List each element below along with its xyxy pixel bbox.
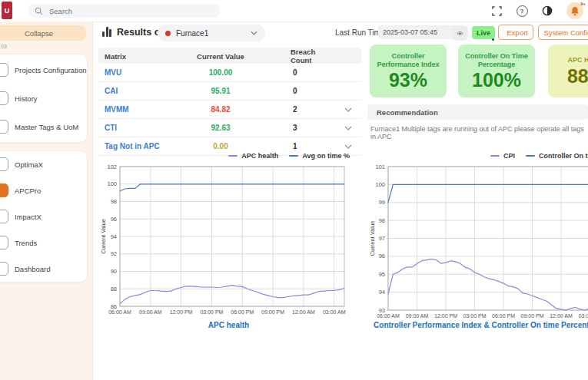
svg-text:09:00 PM: 09:00 PM [261, 309, 284, 315]
metrics-table: Matrix Current Value Breach Count MVU 10… [98, 48, 361, 156]
svg-text:88: 88 [111, 286, 117, 292]
recommendation-panel: Recommendation Furnace1 Multiple tags ar… [367, 104, 588, 140]
svg-text:Current Value: Current Value [100, 219, 107, 254]
collapse-sidebar-button[interactable]: Collapse [0, 25, 86, 41]
svg-text:12:00 PM: 12:00 PM [170, 309, 193, 315]
kpi-value: 100% [472, 71, 521, 90]
kpi-value: 88% [567, 67, 588, 86]
svg-text:98: 98 [379, 217, 385, 224]
fullscreen-icon[interactable] [490, 5, 503, 17]
notifications-button[interactable]: 9+ [566, 2, 583, 19]
kpi-value: 93% [389, 71, 427, 90]
recommendation-text: Furnace1 Multiple tags are running out o… [367, 120, 588, 140]
bell-icon [570, 6, 580, 16]
impactx-icon [0, 210, 8, 223]
svg-text:06:00 PM: 06:00 PM [492, 313, 515, 319]
svg-text:06:00 AM: 06:00 AM [377, 313, 400, 319]
table-row-mvu[interactable]: MVU 100.00 0 [98, 64, 361, 82]
kpi-card-controller-performance-index: Controller Performance Index 93% [370, 45, 447, 97]
export-icon [503, 29, 504, 36]
kpi-card-apc-health: APC Health 88% [548, 45, 588, 97]
svg-text:96: 96 [379, 253, 385, 259]
svg-text:94: 94 [379, 289, 385, 296]
legend-item[interactable]: APC health [228, 152, 278, 160]
svg-text:97: 97 [379, 235, 385, 242]
expand-row-icon[interactable] [335, 126, 361, 131]
contrast-icon[interactable] [541, 5, 553, 17]
legend-swatch [289, 155, 298, 157]
kpi-card-controller-on-time: Controller On Time Percentage 100% [458, 45, 535, 97]
svg-text:90: 90 [111, 268, 117, 275]
svg-text:101: 101 [375, 164, 385, 170]
sidebar-item-master-tags-uom[interactable]: Master Tags & UoM [0, 114, 87, 140]
help-icon[interactable]: ? [516, 5, 528, 17]
legend-item[interactable]: Avg on time % [289, 152, 350, 160]
search-icon [35, 7, 43, 15]
bar-chart-icon [102, 27, 113, 37]
svg-text:03:00 AM: 03:00 AM [579, 313, 588, 319]
chart-plot-area: 8688909294969810010206:00 AM09:00 AM12:0… [100, 163, 357, 324]
sidebar-item-history[interactable]: History [0, 85, 87, 111]
top-bar: U ? 9+ [0, 0, 588, 22]
svg-text:12:00 AM: 12:00 AM [292, 309, 315, 315]
svg-text:03:00 AM: 03:00 AM [323, 309, 346, 315]
unit-select-dropdown[interactable]: Furnace1 [158, 25, 265, 41]
svg-text:06:00 AM: 06:00 AM [108, 309, 131, 315]
sidebar-item-optimax[interactable]: OptimaX [0, 151, 87, 177]
results-of-label: Results of [117, 27, 163, 38]
version-label: 03 [1, 44, 7, 49]
eye-icon [457, 30, 463, 37]
sidebar-group-configuration: Projects Configuration History Master Ta… [0, 54, 88, 143]
sidebar-group-modules: OptimaX APCPro ImpactX Trends Dashboard [0, 150, 88, 283]
svg-text:98: 98 [111, 198, 117, 205]
svg-text:96: 96 [111, 216, 117, 223]
cpi-chart: CPI Controller On time Percentage 939495… [369, 150, 588, 338]
export-button[interactable]: Export [498, 25, 533, 40]
svg-text:100: 100 [107, 180, 117, 187]
trends-icon [0, 236, 8, 249]
recommendation-title: Recommendation [367, 104, 588, 120]
svg-text:12:00 PM: 12:00 PM [434, 313, 457, 319]
svg-text:09:00 PM: 09:00 PM [521, 313, 544, 319]
tags-icon [0, 120, 8, 134]
live-dot [492, 38, 494, 41]
app-logo: U [2, 2, 12, 19]
chart-title: APC health [100, 321, 357, 329]
chart-legend: APC health Avg on time % [228, 152, 350, 160]
sidebar-item-trends[interactable]: Trends [0, 230, 87, 256]
svg-text:100: 100 [375, 181, 385, 188]
sidebar-item-dashboard[interactable]: Dashboard [0, 256, 87, 282]
legend-swatch [228, 155, 238, 157]
table-row-mvmm[interactable]: MVMM 84.82 2 [98, 101, 361, 119]
table-row-cti[interactable]: CTI 92.63 3 [98, 119, 361, 137]
svg-text:03:00 PM: 03:00 PM [463, 313, 487, 319]
system-configuration-button[interactable]: System Configuration [538, 25, 588, 40]
last-run-time-field[interactable] [378, 25, 457, 39]
svg-text:03:00 PM: 03:00 PM [200, 309, 223, 315]
chart-plot-area: 9394959697989910010106:00 AM09:00 AM12:0… [369, 163, 588, 324]
history-icon [0, 91, 8, 105]
apcpro-icon [0, 183, 8, 197]
sidebar-item-projects-configuration[interactable]: Projects Configuration [0, 57, 87, 83]
svg-text:99: 99 [379, 199, 385, 206]
svg-text:94: 94 [111, 233, 117, 240]
notification-badge: 9+ [580, 2, 586, 6]
live-badge[interactable]: Live [472, 26, 495, 39]
svg-text:09:00 AM: 09:00 AM [406, 313, 429, 319]
chart-title: Controller Performance Index & Controlle… [369, 321, 588, 329]
legend-swatch [490, 155, 500, 157]
chevron-down-icon [251, 31, 257, 35]
legend-item[interactable]: Controller On time Percentage [526, 152, 588, 160]
table-row-cai[interactable]: CAI 95.91 0 [98, 82, 361, 101]
apc-health-chart: APC health Avg on time % 868890929496981… [100, 150, 357, 338]
sidebar-item-impactx[interactable]: ImpactX [0, 203, 87, 230]
sidebar-item-apcpro[interactable]: APCPro [0, 177, 87, 203]
search-input[interactable] [48, 6, 189, 16]
legend-item[interactable]: CPI [490, 152, 515, 160]
watch-button[interactable] [452, 25, 468, 41]
global-search[interactable] [28, 4, 220, 18]
sidebar: Collapse 03 Projects Configuration Histo… [0, 21, 93, 380]
table-header: Matrix Current Value Breach Count [98, 48, 361, 64]
expand-row-icon[interactable] [335, 107, 361, 112]
expand-row-icon[interactable] [335, 144, 361, 149]
